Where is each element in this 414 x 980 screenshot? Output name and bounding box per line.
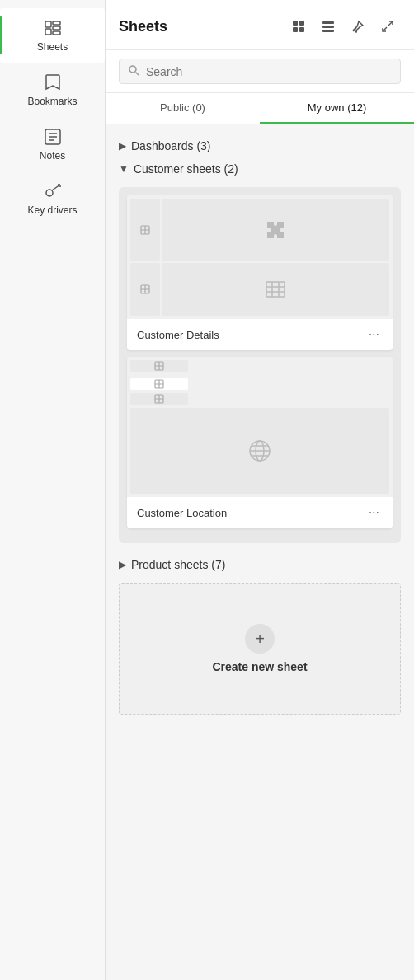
pin-button[interactable] bbox=[345, 13, 371, 40]
page-title: Sheets bbox=[119, 18, 167, 35]
svg-rect-18 bbox=[322, 26, 334, 28]
card-customer-location-more-button[interactable]: ··· bbox=[365, 504, 383, 522]
bookmarks-icon bbox=[43, 73, 63, 92]
grid-icon bbox=[292, 20, 305, 33]
tab-my-own[interactable]: My own (12) bbox=[260, 93, 414, 124]
header: Sheets bbox=[106, 0, 414, 50]
list-view-button[interactable] bbox=[315, 13, 341, 40]
thumb-cell-loc-bl2 bbox=[130, 378, 188, 390]
expand-icon bbox=[381, 20, 394, 33]
create-new-sheet-button[interactable]: + Create new sheet bbox=[119, 583, 401, 715]
customer-sheets-label: Customer sheets (2) bbox=[134, 162, 238, 176]
sidebar-item-notes[interactable]: Notes bbox=[0, 117, 105, 171]
svg-point-23 bbox=[129, 66, 136, 73]
main-panel: Sheets bbox=[106, 0, 414, 980]
svg-line-24 bbox=[136, 73, 139, 76]
sidebar-item-bookmarks[interactable]: Bookmarks bbox=[0, 63, 105, 117]
chevron-down-icon: ▼ bbox=[119, 163, 129, 175]
pin-icon bbox=[351, 20, 365, 33]
tab-public[interactable]: Public (0) bbox=[106, 93, 260, 124]
product-sheets-label: Product sheets (7) bbox=[131, 558, 225, 571]
thumb-cell-loc-tl bbox=[130, 360, 188, 372]
svg-rect-4 bbox=[53, 31, 60, 35]
card-customer-location-name: Customer Location bbox=[137, 507, 227, 519]
svg-rect-29 bbox=[266, 282, 285, 297]
card-customer-details-more-button[interactable]: ··· bbox=[365, 326, 383, 344]
key-drivers-icon bbox=[43, 181, 63, 201]
svg-rect-13 bbox=[293, 21, 298, 26]
thumb-cell-table bbox=[162, 263, 389, 316]
plus-icon: + bbox=[245, 624, 275, 654]
svg-rect-3 bbox=[53, 26, 60, 30]
card-customer-details-name: Customer Details bbox=[137, 329, 219, 341]
card-customer-location-thumbnail bbox=[127, 357, 393, 497]
svg-rect-15 bbox=[293, 27, 298, 32]
card-customer-location-footer: Customer Location ··· bbox=[127, 497, 393, 528]
chevron-right-icon-2: ▶ bbox=[119, 559, 126, 570]
search-container bbox=[106, 50, 414, 93]
chevron-right-icon: ▶ bbox=[119, 140, 126, 152]
expand-button[interactable] bbox=[374, 13, 401, 40]
sheets-icon bbox=[43, 18, 63, 38]
sidebar-item-bookmarks-label: Bookmarks bbox=[27, 96, 77, 107]
create-sheet-label: Create new sheet bbox=[212, 660, 307, 673]
svg-point-9 bbox=[46, 190, 53, 196]
notes-icon bbox=[43, 127, 63, 147]
thumb-cell-loc-bl3 bbox=[130, 393, 188, 405]
thumb-cell-small2 bbox=[130, 263, 160, 316]
sidebar-item-sheets[interactable]: Sheets bbox=[0, 8, 105, 63]
sidebar-item-notes-label: Notes bbox=[40, 150, 65, 162]
header-actions bbox=[285, 13, 401, 40]
search-input[interactable] bbox=[146, 65, 392, 78]
content-area: ▶ Dashboards (3) ▼ Customer sheets (2) bbox=[106, 124, 414, 980]
thumb-cell-globe bbox=[130, 408, 389, 494]
tabs: Public (0) My own (12) bbox=[106, 93, 414, 124]
svg-line-10 bbox=[52, 185, 60, 190]
svg-rect-17 bbox=[322, 21, 334, 24]
list-icon bbox=[322, 20, 335, 33]
card-customer-details-footer: Customer Details ··· bbox=[127, 319, 393, 350]
svg-rect-19 bbox=[322, 30, 334, 32]
sidebar-item-key-drivers-label: Key drivers bbox=[27, 204, 77, 216]
svg-rect-16 bbox=[299, 27, 304, 32]
thumb-cell-small bbox=[130, 199, 160, 261]
svg-rect-2 bbox=[53, 21, 60, 25]
svg-rect-14 bbox=[299, 21, 304, 26]
dashboards-label: Dashboards (3) bbox=[131, 139, 211, 152]
svg-rect-1 bbox=[45, 29, 51, 35]
customer-sheets-group: Customer Details ··· bbox=[119, 187, 401, 543]
card-customer-details[interactable]: Customer Details ··· bbox=[127, 195, 393, 350]
sidebar: Sheets Bookmarks Notes bbox=[0, 0, 106, 980]
section-dashboards[interactable]: ▶ Dashboards (3) bbox=[119, 134, 401, 157]
grid-view-button[interactable] bbox=[285, 13, 312, 40]
search-wrapper bbox=[119, 59, 401, 84]
search-icon bbox=[128, 64, 139, 78]
card-customer-location[interactable]: Customer Location ··· bbox=[127, 357, 393, 528]
thumb-cell-puzzle bbox=[162, 199, 389, 261]
section-customer-sheets[interactable]: ▼ Customer sheets (2) bbox=[119, 157, 401, 181]
sidebar-item-key-drivers[interactable]: Key drivers bbox=[0, 171, 105, 226]
sidebar-item-sheets-label: Sheets bbox=[37, 41, 68, 53]
card-customer-details-thumbnail bbox=[127, 195, 393, 319]
section-product-sheets[interactable]: ▶ Product sheets (7) bbox=[119, 553, 401, 576]
svg-rect-0 bbox=[45, 21, 51, 27]
